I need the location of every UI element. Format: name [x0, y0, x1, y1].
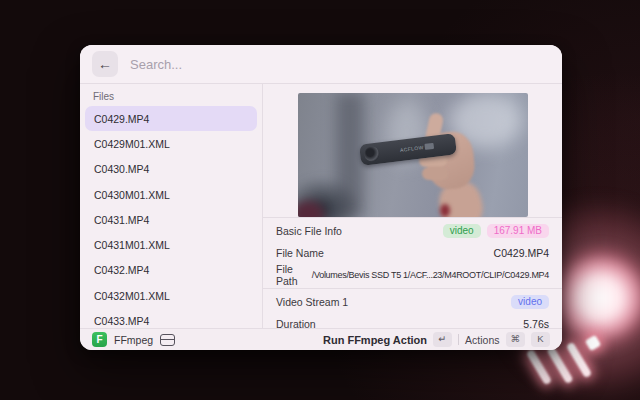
back-arrow-icon: ←	[98, 56, 112, 72]
basic-file-info-label: Basic File Info	[276, 225, 342, 237]
file-item-c0429-mp4[interactable]: C0429.MP4	[85, 106, 257, 131]
file-item-c0430-mp4[interactable]: C0430.MP4	[85, 157, 257, 182]
footer-divider	[458, 334, 459, 345]
search-bar: ←	[80, 45, 562, 84]
cmd-key-icon: ⌘	[506, 332, 526, 346]
footer-actions: Run FFmpeg Action ↵ Actions ⌘ K	[323, 332, 550, 346]
video-thumbnail: ACFLOW	[298, 93, 528, 217]
file-item-c0430m01-xml[interactable]: C0430M01.XML	[85, 182, 257, 207]
file-name-row: File Name C0429.MP4	[263, 242, 562, 264]
stream-type-badge: video	[511, 295, 549, 309]
file-info-section: Basic File Info video 167.91 MB File Nam…	[263, 218, 562, 335]
drive-icon[interactable]	[160, 334, 175, 346]
file-path-row: File Path /Volumes/Bevis SSD T5 1/ACF...…	[263, 264, 562, 286]
device-screen	[424, 143, 434, 150]
basic-file-info-row: Basic File Info video 167.91 MB	[263, 220, 562, 242]
video-stream-row: Video Stream 1 video	[263, 291, 562, 313]
video-stream-badges: video	[511, 295, 549, 309]
file-item-c0432m01-xml[interactable]: C0432M01.XML	[85, 283, 257, 308]
return-key-icon: ↵	[433, 332, 452, 346]
basic-file-info-badges: video 167.91 MB	[443, 224, 549, 238]
file-item-c0431m01-xml[interactable]: C0431M01.XML	[85, 232, 257, 257]
video-stream-label: Video Stream 1	[276, 296, 348, 308]
files-section-label: Files	[80, 89, 262, 106]
ffmpeg-launcher-window: ← Files C0429.MP4 C0429M01.XML C0430.MP4…	[80, 45, 562, 350]
k-key-icon: K	[531, 332, 550, 346]
file-list-sidebar: Files C0429.MP4 C0429M01.XML C0430.MP4 C…	[80, 84, 263, 328]
preview-red-blob	[440, 204, 450, 217]
file-path-value: /Volumes/Bevis SSD T5 1/ACF...23/M4ROOT/…	[312, 270, 549, 280]
back-button[interactable]: ←	[92, 51, 118, 77]
video-preview-area: ACFLOW	[263, 84, 562, 218]
file-size-badge: 167.91 MB	[487, 224, 549, 238]
ffmpeg-logo-icon: F	[92, 332, 107, 347]
file-item-c0429m01-xml[interactable]: C0429M01.XML	[85, 131, 257, 156]
content-area: Files C0429.MP4 C0429M01.XML C0430.MP4 C…	[80, 84, 562, 328]
info-divider	[263, 288, 562, 289]
actions-menu-button[interactable]: Actions	[465, 334, 499, 346]
detail-panel: ACFLOW Basic File Info video 167.91 MB F…	[263, 84, 562, 328]
hand-finger	[422, 167, 448, 180]
file-item-c0433-mp4[interactable]: C0433.MP4	[85, 308, 257, 328]
run-ffmpeg-action-button[interactable]: Run FFmpeg Action	[323, 334, 427, 346]
footer-bar: F FFmpeg Run FFmpeg Action ↵ Actions ⌘ K	[80, 328, 562, 350]
video-type-badge: video	[443, 224, 481, 238]
file-item-c0432-mp4[interactable]: C0432.MP4	[85, 258, 257, 283]
file-name-value: C0429.MP4	[494, 247, 549, 259]
camera-lens	[363, 146, 380, 163]
app-name: FFmpeg	[114, 334, 153, 346]
device-brand-label: ACFLOW	[399, 144, 423, 153]
file-name-label: File Name	[276, 247, 324, 259]
file-path-label: File Path	[276, 263, 312, 287]
search-input[interactable]	[128, 56, 550, 73]
file-item-c0431-mp4[interactable]: C0431.MP4	[85, 207, 257, 232]
